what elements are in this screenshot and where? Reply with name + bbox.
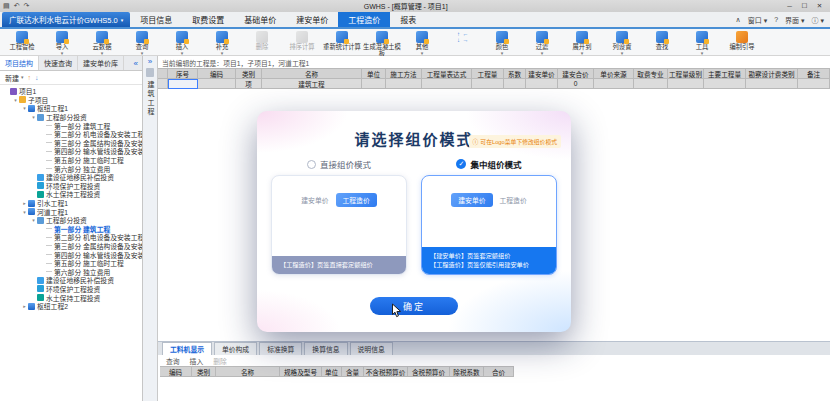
about-icon[interactable]: ⓘ ▾ [812,15,824,25]
tree-expand-icon[interactable]: ▾ [21,105,28,111]
table-cell[interactable] [168,79,198,89]
ribbon-tool-17[interactable]: 工具▾ [682,30,722,56]
ribbon-tool-13[interactable]: 过滤▾ [522,30,562,56]
column-header[interactable]: 系数 [504,68,526,79]
tree-expand-icon[interactable]: ▸ [21,303,28,309]
sidebar-tab-2[interactable]: 建安单价库 [78,56,124,70]
radio-checked-icon[interactable]: ✓ [456,159,466,169]
table-cell[interactable] [634,79,668,89]
ribbon-tool-5[interactable]: 补充▾ [202,30,242,56]
table-cell[interactable] [594,79,634,89]
help-icon[interactable]: ? [774,16,778,23]
column-header[interactable]: 类别 [236,68,262,79]
detail-column-header[interactable]: 类别 [192,366,216,377]
detail-column-header[interactable]: 编码 [160,366,192,377]
ribbon-tool-3[interactable]: 查询▾ [122,30,162,56]
column-header[interactable]: 建安单价 [526,68,558,79]
ribbon-tool-9[interactable]: 生成混凝土模板 [362,30,402,57]
menu-tab-2[interactable]: 基础单价 [234,12,286,27]
detail-tab-1[interactable]: 单价构成 [214,342,257,355]
column-header[interactable]: 建安合价 [558,68,594,79]
radio-unchecked-icon[interactable] [307,160,316,169]
window-menu[interactable]: 窗口 ▾ [748,15,767,25]
ribbon-tool-15[interactable]: 列设置▾ [602,30,642,56]
table-cell[interactable]: 项 [236,79,262,89]
table-cell[interactable] [704,79,746,89]
menu-tab-5[interactable]: 报表 [390,12,426,27]
ribbon-tool-8[interactable]: 重新统计计算 [322,30,362,51]
maximize-button[interactable]: ☐ [797,2,812,10]
undo-icon[interactable]: ↶ [14,2,20,10]
table-cell[interactable] [422,79,472,89]
ribbon-tool-1[interactable]: 导入▾ [42,30,82,56]
table-cell[interactable] [746,79,798,89]
tree-item[interactable]: ▸引水工程1 [0,199,142,208]
column-header[interactable]: 主要工程量 [704,68,746,79]
column-header[interactable]: 单价来源 [594,68,634,79]
table-cell[interactable] [362,79,386,89]
detail-tab-0[interactable]: 工料机显示 [162,342,212,355]
detail-column-header[interactable]: 规格及型号 [280,366,322,377]
detail-column-header[interactable]: 除税系数 [450,366,484,377]
row-selector[interactable] [158,79,168,89]
table-cell[interactable] [472,79,504,89]
interface-menu[interactable]: 界面 ▾ [785,15,804,25]
detail-tab-2[interactable]: 标准换算 [259,342,302,355]
ribbon-tool-2[interactable]: 云数据▾ [82,30,122,56]
ribbon-tool-12[interactable]: 颜色▾ [482,30,522,56]
tree-item[interactable]: ▾子项目 [0,96,142,105]
detail-tab-4[interactable]: 说明信息 [350,342,393,355]
column-header[interactable]: 工程量表达式 [422,68,472,79]
column-header[interactable]: 取费专业 [634,68,668,79]
ribbon-tool-18[interactable]: 编制引导 [722,30,762,51]
column-header[interactable]: 编码 [198,68,236,79]
table-cell[interactable] [504,79,526,89]
collapse-sidebar-icon[interactable]: « [130,56,142,70]
table-cell[interactable]: 建筑工程 [262,79,362,89]
minimize-button[interactable]: ─ [782,2,797,10]
column-header[interactable]: 名称 [262,68,362,79]
close-button[interactable]: ✕ [812,2,827,10]
column-header[interactable]: 备注 [798,68,830,79]
option-card[interactable]: 建安单价 工程造价 【工程造价】页签直接套定额组价 [271,175,407,275]
tree-item[interactable]: 水土保持工程投资 [0,190,142,199]
column-header[interactable]: 勘察设计费类别 [746,68,798,79]
confirm-button[interactable]: 确定 [370,297,458,315]
sidebar-tab-0[interactable]: 项目结构 [0,56,39,70]
detail-column-header[interactable]: 含税预算价 [408,366,450,377]
move-down-icon[interactable]: ↓ [35,74,39,81]
tree-item[interactable]: 水土保持工程投资 [0,293,142,302]
tree-expand-icon[interactable]: ▾ [12,97,19,103]
table-cell[interactable] [386,79,422,89]
column-header[interactable]: 序号 [168,68,198,79]
tree-expand-icon[interactable]: ▸ [21,200,28,206]
ribbon-tool-16[interactable]: 查找 [642,30,682,51]
new-button[interactable]: 新建 ▾ [5,73,24,83]
table-cell[interactable] [526,79,558,89]
detail-toolbar-button-1[interactable]: 插入 [190,356,204,366]
detail-column-header[interactable]: 名称 [216,366,280,377]
tree-expand-icon[interactable]: ▾ [21,209,28,215]
column-header[interactable]: 施工方法 [386,68,422,79]
ribbon-tool-11[interactable]: ↑←↓→ [442,30,482,45]
menu-tab-0[interactable]: 项目信息 [130,12,182,27]
menu-tab-1[interactable]: 取费设置 [182,12,234,27]
option-direct-pricing[interactable]: 直接组价模式 建安单价 工程造价 【工程造价】页签直接套定额组价 [271,158,407,275]
column-header[interactable]: 工程量 [472,68,504,79]
move-up-icon[interactable]: ↑ [28,74,32,81]
menu-tab-4[interactable]: 工程造价 [338,12,390,27]
tree-expand-icon[interactable]: ▾ [30,217,37,223]
ribbon-tool-10[interactable]: 其他▾ [402,30,442,56]
menu-tab-3[interactable]: 建安单价 [286,12,338,27]
detail-toolbar-button-0[interactable]: 查询 [166,356,180,366]
table-cell[interactable]: 0 [558,79,594,89]
app-menu-button[interactable]: 广联达水利水电云计价GWHS5.0 ▾ [2,12,130,27]
collapse-ribbon-icon[interactable]: ∧ [736,16,741,24]
detail-column-header[interactable]: 单位 [322,366,342,377]
ribbon-tool-14[interactable]: 展开到▾ [562,30,602,56]
expand-panel-icon[interactable]: » [148,58,152,66]
table-cell[interactable] [198,79,236,89]
sidebar-tab-1[interactable]: 快速查询 [39,56,78,70]
collapsed-panel-label[interactable]: 建筑工程 [145,81,155,117]
option-card[interactable]: 建安单价 工程造价 【建安单价】页签套定额组价 【工程造价】页签仅能引用建安单价 [421,175,557,275]
